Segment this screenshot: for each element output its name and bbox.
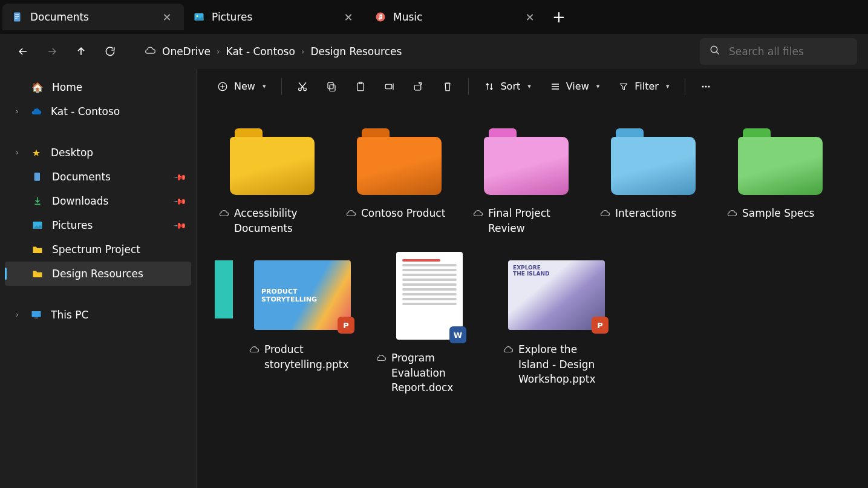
back-button[interactable] [11,39,35,64]
rename-button[interactable] [377,76,402,97]
download-icon [31,196,44,206]
sidebar-item-label: Design Resources [52,268,185,280]
more-button[interactable] [694,76,718,97]
sidebar-item-this-pc[interactable]: › This PC [5,303,191,327]
filter-label: Filter [635,81,659,92]
folder-item[interactable]: Sample Specs [723,122,838,240]
svg-rect-0 [14,13,21,22]
tab-pictures[interactable]: Pictures ✕ [184,4,365,30]
folder-icon [611,128,696,195]
copy-button[interactable] [319,76,344,97]
tab-label: Music [393,11,515,23]
sort-button[interactable]: Sort ▾ [477,76,538,97]
file-item[interactable]: PRODUCTSTORYTELLINGPProduct storytelling… [245,246,360,395]
forward-button[interactable] [40,39,64,64]
documents-icon [12,12,23,22]
chevron-right-icon: › [217,47,220,56]
folder-item[interactable]: Final Project Review [469,122,584,240]
file-thumbnail: PRODUCTSTORYTELLINGP [254,260,351,330]
cloud-icon [144,44,156,59]
powerpoint-badge-icon: P [592,317,609,334]
close-icon[interactable]: ✕ [341,11,356,24]
folder-item[interactable]: Contoso Product [342,122,457,240]
sidebar-item-label: This PC [51,309,185,321]
svg-point-21 [702,85,704,87]
sidebar-item-label: Home [52,81,185,93]
item-name: Final Project Review [488,206,580,236]
svg-rect-3 [15,18,18,19]
sidebar-item-label: Downloads [52,195,166,207]
view-button[interactable]: View ▾ [543,76,607,97]
cut-button[interactable] [290,76,315,97]
search-box[interactable] [700,38,857,65]
cloud-icon [376,352,387,368]
chevron-right-icon[interactable]: › [16,148,24,157]
folder-item[interactable]: Interactions [596,122,711,240]
item-name: Sample Specs [742,206,814,221]
powerpoint-badge-icon: P [338,317,354,334]
sidebar-item-design-resources[interactable]: Design Resources [5,262,191,286]
svg-point-23 [708,85,710,87]
crumb-onedrive[interactable]: OneDrive [162,45,210,58]
word-badge-icon: W [449,326,466,343]
folder-icon [738,128,823,195]
file-thumbnail: EXPLORETHE ISLANDP [508,260,605,330]
svg-point-14 [304,88,307,91]
tab-music[interactable]: Music ✕ [365,4,547,30]
pin-icon: 📌 [173,194,187,208]
folder-item-partial[interactable] [215,246,233,395]
filter-button[interactable]: Filter ▾ [612,76,676,97]
up-button[interactable] [69,39,93,64]
sidebar-item-pictures[interactable]: Pictures 📌 [5,213,191,237]
item-name: Explore the Island - Design Workshop.ppt… [518,342,610,387]
folder-item[interactable]: Accessibility Documents [215,122,330,240]
breadcrumb: OneDrive › Kat - Contoso › Design Resour… [134,38,688,65]
tab-documents[interactable]: Documents ✕ [2,4,184,30]
crumb-kat[interactable]: Kat - Contoso [226,45,295,58]
cloud-icon [503,344,514,359]
sidebar-item-spectrum-project[interactable]: Spectrum Project [5,237,191,262]
crumb-design-resources[interactable]: Design Resources [310,45,402,58]
svg-rect-8 [34,173,40,180]
close-icon[interactable]: ✕ [160,11,174,24]
documents-icon [31,171,44,182]
chevron-right-icon: › [301,47,305,56]
star-icon: ★ [30,147,42,159]
folder-icon [215,252,233,318]
sidebar-item-desktop[interactable]: › ★ Desktop [5,140,191,165]
svg-point-13 [299,88,302,91]
sidebar-item-home[interactable]: 🏠 Home [5,75,191,99]
file-item[interactable]: EXPLORETHE ISLANDPExplore the Island - D… [499,246,614,395]
search-icon [710,45,720,58]
cloud-icon [345,208,356,223]
file-item[interactable]: WProgram Evaluation Report.docx [372,246,487,395]
paste-button[interactable] [348,76,373,97]
new-tab-button[interactable]: + [547,8,571,26]
tab-bar: Documents ✕ Pictures ✕ Music ✕ + [0,0,868,34]
refresh-button[interactable] [98,39,122,64]
content-area: New ▾ Sor [197,69,868,488]
toolbar: New ▾ Sor [197,69,868,104]
sidebar: 🏠 Home › Kat - Contoso › ★ Desktop Docum… [0,69,197,488]
sidebar-item-kat-contoso[interactable]: › Kat - Contoso [5,99,191,124]
tab-label: Documents [30,11,152,23]
file-grid: Accessibility DocumentsContoso ProductFi… [197,104,868,414]
new-button[interactable]: New ▾ [210,76,273,97]
cloud-icon [472,208,483,223]
cloud-icon [726,208,737,223]
chevron-down-icon: ▾ [527,82,531,90]
delete-button[interactable] [436,76,460,97]
chevron-right-icon[interactable]: › [16,107,24,116]
view-label: View [566,81,589,92]
file-thumbnail: W [396,252,463,340]
search-input[interactable] [729,45,861,58]
folder-icon [230,128,315,195]
sidebar-item-documents[interactable]: Documents 📌 [5,165,191,189]
svg-rect-20 [415,85,422,90]
chevron-down-icon: ▾ [263,82,266,90]
sidebar-item-label: Documents [52,171,166,183]
chevron-right-icon[interactable]: › [16,311,24,319]
sidebar-item-downloads[interactable]: Downloads 📌 [5,189,191,213]
close-icon[interactable]: ✕ [523,11,537,24]
share-button[interactable] [406,76,431,97]
